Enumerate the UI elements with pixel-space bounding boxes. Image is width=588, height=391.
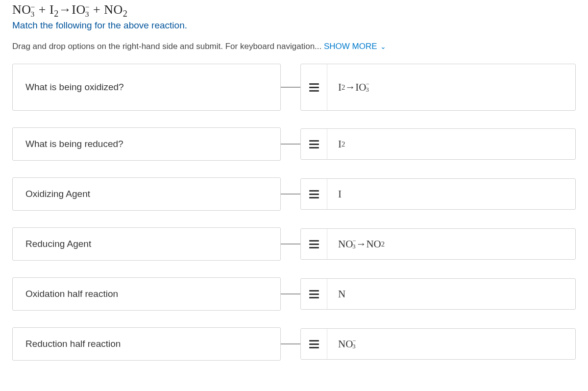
connector-line	[281, 144, 300, 145]
match-row: Reducing AgentNO−3 →NO2	[12, 227, 576, 261]
chevron-down-icon: ⌄	[380, 43, 386, 50]
answer-content: I2→IO−3	[327, 64, 575, 110]
prompt-card: What is being oxidized?	[12, 64, 281, 111]
answer-content: I	[327, 179, 575, 209]
match-row: What is being oxidized?I2→IO−3	[12, 64, 576, 111]
connector-line	[281, 343, 300, 344]
drag-icon	[309, 290, 319, 298]
connector-line	[281, 293, 300, 294]
drag-handle[interactable]	[301, 229, 327, 259]
prompt-card: Reducing Agent	[12, 227, 281, 261]
question-container: NO−3 + I2→IO−3 + NO2 Match the following…	[0, 0, 588, 361]
matching-area: What is being oxidized?I2→IO−3What is be…	[0, 64, 588, 361]
drag-icon	[309, 190, 319, 198]
drag-handle[interactable]	[301, 129, 327, 159]
drag-handle[interactable]	[301, 279, 327, 309]
answer-card[interactable]: I2	[300, 128, 576, 160]
drag-handle[interactable]	[301, 179, 327, 209]
answer-card[interactable]: I	[300, 178, 576, 210]
show-more-link[interactable]: SHOW MORE ⌄	[324, 42, 386, 51]
connector-line	[281, 244, 300, 244]
answer-content: NO−3 →NO2	[327, 229, 575, 259]
connector-line	[281, 87, 300, 88]
drag-handle[interactable]	[301, 64, 327, 110]
answer-content: NO−3	[327, 329, 575, 359]
match-row: Oxidizing AgentI	[12, 177, 576, 211]
match-row: Reduction half reactionNO−3	[12, 327, 576, 361]
answer-card[interactable]: N	[300, 278, 576, 310]
match-row: Oxidation half reactionN	[12, 277, 576, 311]
prompt-card: Reduction half reaction	[12, 327, 281, 361]
answer-card[interactable]: NO−3 →NO2	[300, 228, 576, 260]
prompt-card: Oxidation half reaction	[12, 277, 281, 311]
match-row: What is being reduced?I2	[12, 127, 576, 161]
question-prompt: Match the following for the above reacti…	[12, 20, 576, 31]
connector-line	[281, 194, 300, 195]
drag-icon	[309, 83, 319, 92]
answer-content: I2	[327, 129, 575, 159]
answer-card[interactable]: NO−3	[300, 328, 576, 360]
instructions-prefix: Drag and drop options on the right-hand …	[12, 42, 324, 51]
question-header: NO−3 + I2→IO−3 + NO2 Match the following…	[0, 0, 588, 31]
instructions-text: Drag and drop options on the right-hand …	[0, 42, 588, 51]
prompt-card: Oxidizing Agent	[12, 177, 281, 211]
drag-icon	[309, 140, 319, 148]
drag-icon	[309, 240, 319, 248]
answer-content: N	[327, 279, 575, 309]
prompt-card: What is being reduced?	[12, 127, 281, 161]
drag-icon	[309, 340, 319, 348]
reaction-equation: NO−3 + I2→IO−3 + NO2	[12, 2, 576, 19]
answer-card[interactable]: I2→IO−3	[300, 64, 576, 111]
drag-handle[interactable]	[301, 329, 327, 359]
